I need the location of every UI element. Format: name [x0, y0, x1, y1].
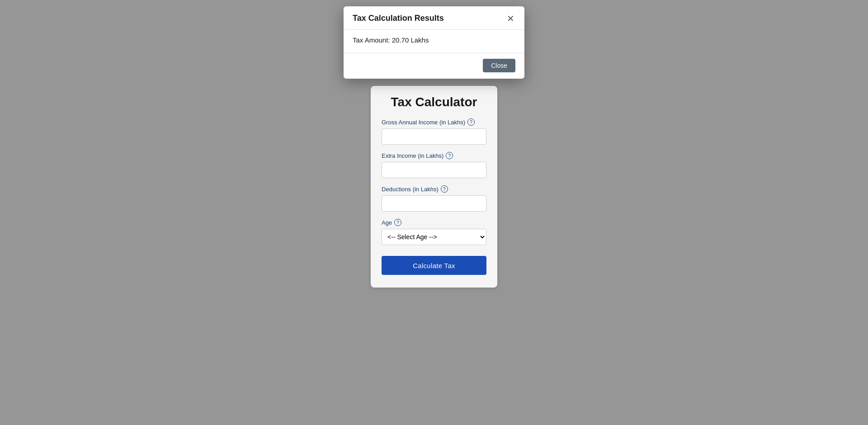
- modal-dialog: Tax Calculation Results ✕ Tax Amount: 20…: [344, 6, 524, 79]
- modal-close-button[interactable]: Close: [483, 59, 515, 72]
- modal-body: Tax Amount: 20.70 Lakhs: [344, 29, 524, 53]
- modal-title: Tax Calculation Results: [353, 14, 444, 23]
- modal-tax-amount-text: Tax Amount: 20.70 Lakhs: [353, 36, 515, 44]
- modal-overlay: Tax Calculation Results ✕ Tax Amount: 20…: [0, 0, 868, 425]
- modal-footer: Close: [344, 53, 524, 79]
- modal-x-close-button[interactable]: ✕: [506, 14, 515, 23]
- modal-header: Tax Calculation Results ✕: [344, 6, 524, 29]
